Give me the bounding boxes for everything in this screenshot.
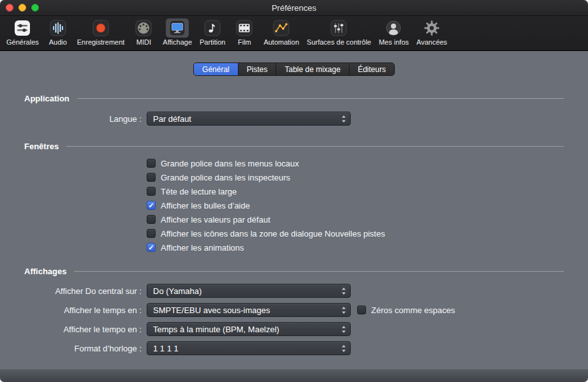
tab-label: Éditeurs xyxy=(358,65,386,74)
automation-curve-icon xyxy=(270,18,293,38)
tab-pistes[interactable]: Pistes xyxy=(239,63,277,75)
middle-c-select[interactable]: Do (Yamaha) xyxy=(147,284,351,298)
zoom-button[interactable] xyxy=(31,4,39,11)
toolbar-item-label: Partition xyxy=(200,38,225,46)
toolbar-item-midi[interactable]: MIDI xyxy=(128,18,159,47)
chevron-up-down-icon xyxy=(341,325,346,335)
toolbar-item-affichage[interactable]: Affichage xyxy=(159,18,196,47)
checkbox-label: Afficher les animations xyxy=(161,243,244,253)
checkbox[interactable] xyxy=(147,215,156,224)
checkbox-row-large-local-menus[interactable]: Grande police dans les menus locaux xyxy=(147,156,588,170)
toolbar-item-label: Surfaces de contrôle xyxy=(307,38,371,46)
toolbar-item-automation[interactable]: Automation xyxy=(260,18,303,47)
checkbox[interactable] xyxy=(147,243,156,252)
language-label: Langue : xyxy=(24,114,142,124)
language-select[interactable]: Par défaut xyxy=(147,112,351,126)
chevron-up-down-icon xyxy=(341,344,346,355)
general-icon xyxy=(11,18,34,38)
toolbar-item-label: Mes infos xyxy=(379,38,409,46)
close-button[interactable] xyxy=(6,4,13,11)
minimize-button[interactable] xyxy=(18,4,26,11)
tempo-display-label: Afficher le tempo en : xyxy=(24,325,142,334)
user-silhouette-icon xyxy=(382,18,405,38)
tempo-display-select[interactable]: Temps à la minute (BPM, Maelzel) xyxy=(147,322,351,336)
titlebar: Préférences xyxy=(0,0,588,16)
preferences-toolbar: Générales Audio xyxy=(0,16,588,51)
checkbox[interactable] xyxy=(357,305,366,314)
section-title: Application xyxy=(24,94,70,103)
checkbox-row-help-tags[interactable]: Afficher les bulles d’aide xyxy=(147,198,588,212)
checkbox[interactable] xyxy=(147,173,156,182)
checkbox[interactable] xyxy=(147,187,156,196)
section-affichages: Affichages xyxy=(24,266,564,276)
windows-options-list: Grande police dans les menus locaux Gran… xyxy=(147,156,588,254)
toolbar-item-label: MIDI xyxy=(136,38,151,46)
tab-editeurs[interactable]: Éditeurs xyxy=(349,63,394,75)
select-value: Par défaut xyxy=(153,114,191,124)
middle-c-row: Afficher Do central sur : Do (Yamaha) xyxy=(24,284,588,298)
toolbar-item-label: Automation xyxy=(263,38,299,46)
checkbox-row-default-values[interactable]: Afficher les valeurs par défaut xyxy=(147,212,588,226)
toolbar-item-label: Enregistrement xyxy=(77,38,125,46)
checkbox-label: Afficher les bulles d’aide xyxy=(161,201,250,210)
checkbox-label: Grande police dans les menus locaux xyxy=(161,159,299,168)
traffic-lights xyxy=(6,4,39,11)
toolbar-item-audio[interactable]: Audio xyxy=(43,18,73,47)
preferences-content: Général Pistes Table de mixage Éditeurs … xyxy=(0,62,588,355)
section-application: Application xyxy=(24,93,564,103)
tab-label: Table de mixage xyxy=(284,65,340,74)
time-display-label: Afficher le temps en : xyxy=(24,305,142,315)
checkbox-label: Tête de lecture large xyxy=(161,187,237,196)
toolbar-item-partition[interactable]: Partition xyxy=(196,18,229,47)
display-monitor-icon xyxy=(166,18,189,38)
tab-label: Général xyxy=(202,65,230,74)
toolbar-item-mes-infos[interactable]: Mes infos xyxy=(375,18,413,47)
checkbox[interactable] xyxy=(147,229,156,238)
time-display-row: Afficher le temps en : SMPTE/EBU avec so… xyxy=(24,303,588,317)
time-display-select[interactable]: SMPTE/EBU avec sous-images xyxy=(147,303,351,317)
middle-c-label: Afficher Do central sur : xyxy=(24,286,142,296)
checkbox[interactable] xyxy=(147,159,156,168)
window-title: Préférences xyxy=(272,3,316,13)
control-surface-faders-icon xyxy=(327,18,350,38)
clock-format-select[interactable]: 1 1 1 1 xyxy=(147,341,351,355)
select-value: Do (Yamaha) xyxy=(153,286,202,296)
checkbox-label: Zéros comme espaces xyxy=(371,305,455,315)
checkbox-label: Afficher les valeurs par défaut xyxy=(161,215,270,224)
window-bottom-edge xyxy=(0,369,588,382)
toolbar-item-label: Audio xyxy=(49,38,67,46)
toolbar-item-label: Générales xyxy=(6,38,39,46)
toolbar-item-generales[interactable]: Générales xyxy=(3,18,43,47)
select-value: 1 1 1 1 xyxy=(153,344,179,353)
chevron-up-down-icon xyxy=(341,306,346,316)
preferences-window: Préférences Générales xyxy=(0,0,588,382)
clock-format-row: Format d’horloge : 1 1 1 1 xyxy=(24,341,588,355)
clock-format-label: Format d’horloge : xyxy=(24,344,142,353)
section-divider xyxy=(74,271,564,272)
checkbox[interactable] xyxy=(147,201,156,210)
toolbar-item-avancees[interactable]: Avancées xyxy=(413,18,451,47)
section-divider xyxy=(77,98,564,99)
zeros-as-spaces-option[interactable]: Zéros comme espaces xyxy=(357,305,455,315)
checkbox-row-large-inspectors[interactable]: Grande police dans les inspecteurs xyxy=(147,170,588,184)
chevron-up-down-icon xyxy=(341,115,346,125)
language-row: Langue : Par défaut xyxy=(24,112,588,126)
checkbox-row-wide-playhead[interactable]: Tête de lecture large xyxy=(147,184,588,198)
music-note-icon xyxy=(201,18,224,38)
section-divider xyxy=(66,146,564,147)
checkbox-row-new-tracks-icons[interactable]: Afficher les icônes dans la zone de dial… xyxy=(147,226,588,240)
toolbar-item-film[interactable]: Film xyxy=(229,18,260,47)
toolbar-item-label: Avancées xyxy=(416,38,447,46)
toolbar-item-surfaces-de-controle[interactable]: Surfaces de contrôle xyxy=(303,18,375,47)
toolbar-item-label: Affichage xyxy=(163,38,192,46)
tab-label: Pistes xyxy=(247,65,268,74)
tab-general[interactable]: Général xyxy=(194,63,239,75)
select-value: Temps à la minute (BPM, Maelzel) xyxy=(153,325,279,334)
midi-connector-icon xyxy=(132,18,155,38)
toolbar-item-enregistrement[interactable]: Enregistrement xyxy=(73,18,129,47)
tab-table-de-mixage[interactable]: Table de mixage xyxy=(276,63,349,75)
film-frame-icon xyxy=(233,18,256,38)
checkbox-row-animations[interactable]: Afficher les animations xyxy=(147,240,588,254)
gear-icon xyxy=(420,18,443,38)
chevron-up-down-icon xyxy=(341,287,346,297)
